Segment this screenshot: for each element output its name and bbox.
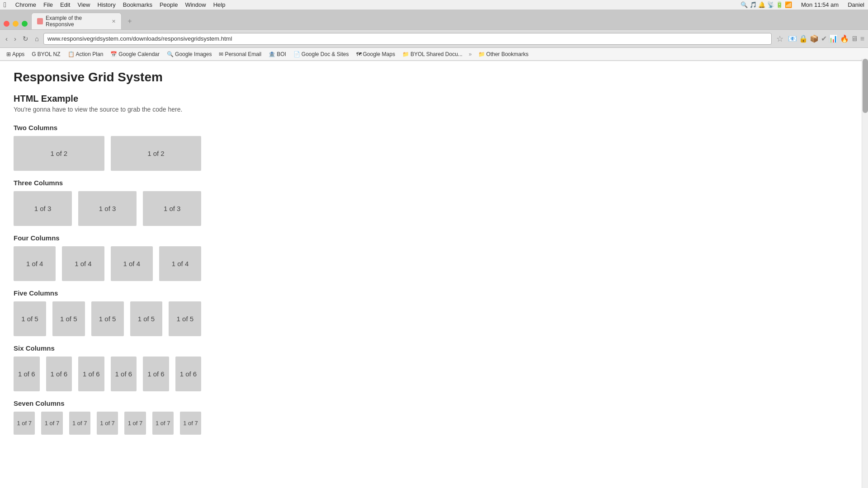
cell-4-3: 1 of 4 (111, 246, 153, 281)
seven-columns-label: Seven Columns (14, 399, 201, 407)
bookmark-gcalendar[interactable]: 📅 Google Calendar (108, 51, 162, 58)
cell-7-1: 1 of 7 (14, 412, 35, 435)
cell-7-2: 1 of 7 (41, 412, 62, 435)
menu-help[interactable]: Help (213, 1, 226, 8)
user-name: Daniel (848, 1, 864, 8)
tab-title: Example of the Responsive (46, 15, 107, 28)
menu-chrome[interactable]: Chrome (15, 1, 36, 8)
address-bar[interactable] (43, 33, 771, 45)
tab-bar: Example of the Responsive ✕ + (0, 10, 868, 30)
browser-tab[interactable]: Example of the Responsive ✕ (31, 13, 122, 29)
window-minimize-button[interactable] (13, 21, 19, 27)
scrollbar-track (862, 59, 868, 452)
cell-3-1: 1 of 3 (14, 191, 72, 226)
bookmark-apps-label: Apps (12, 51, 24, 57)
bookmark-other-label: Other Bookmarks (486, 51, 528, 57)
cell-5-5: 1 of 5 (169, 301, 201, 336)
bookmark-apps[interactable]: ⊞ Apps (4, 51, 27, 58)
cell-3-3: 1 of 3 (143, 191, 201, 226)
cell-5-4: 1 of 5 (130, 301, 163, 336)
cell-4-4: 1 of 4 (159, 246, 201, 281)
bookmark-gmaps-label: Google Maps (363, 51, 395, 57)
bookmark-byolshared-label: BYOL Shared Docu... (410, 51, 462, 57)
cell-7-5: 1 of 7 (124, 412, 146, 435)
window-maximize-button[interactable] (22, 21, 28, 27)
bookmark-star-icon[interactable]: ☆ (776, 34, 783, 44)
cell-4-1: 1 of 4 (14, 246, 56, 281)
menu-view[interactable]: View (77, 1, 90, 8)
byolshared-icon: 📁 (402, 51, 409, 57)
new-tab-button[interactable]: + (123, 15, 136, 28)
bookmarks-overflow: » (469, 51, 472, 57)
gcalendar-icon: 📅 (110, 51, 117, 57)
cell-5-1: 1 of 5 (14, 301, 46, 336)
bookmark-boi[interactable]: 🏦 BOI (266, 51, 289, 58)
menu-edit[interactable]: Edit (60, 1, 70, 8)
home-button[interactable]: ⌂ (33, 34, 41, 43)
cell-7-6: 1 of 7 (152, 412, 174, 435)
cell-6-6: 1 of 6 (175, 357, 202, 391)
cell-2-1: 1 of 2 (14, 136, 104, 171)
menu-history[interactable]: History (97, 1, 115, 8)
bookmark-gdoc-label: Google Doc & Sites (302, 51, 349, 57)
back-button[interactable]: ‹ (4, 34, 9, 43)
three-columns-label: Three Columns (14, 179, 201, 187)
cell-7-3: 1 of 7 (69, 412, 90, 435)
forward-button[interactable]: › (12, 34, 18, 43)
three-columns-row: 1 of 3 1 of 3 1 of 3 (14, 191, 201, 226)
four-columns-label: Four Columns (14, 234, 201, 242)
cell-5-2: 1 of 5 (52, 301, 85, 336)
system-icons: 🔍 🎵 🔔 📡 🔋 📶 (741, 1, 792, 8)
tab-favicon-icon (37, 18, 43, 24)
two-columns-row: 1 of 2 1 of 2 (14, 136, 201, 171)
six-columns-label: Six Columns (14, 344, 201, 352)
browser-chrome:  Chrome File Edit View History Bookmark… (0, 0, 868, 61)
actionplan-icon: 📋 (68, 51, 75, 57)
cell-5-3: 1 of 5 (91, 301, 124, 336)
bookmark-gmaps[interactable]: 🗺 Google Maps (354, 51, 398, 58)
boi-icon: 🏦 (269, 51, 275, 57)
cell-6-2: 1 of 6 (46, 357, 72, 391)
bookmark-personalemail-label: Personal Email (225, 51, 261, 57)
bookmark-gdoc[interactable]: 📄 Google Doc & Sites (291, 51, 352, 58)
menu-file[interactable]: File (43, 1, 53, 8)
cell-2-2: 1 of 2 (111, 136, 202, 171)
bookmark-actionplan[interactable]: 📋 Action Plan (65, 51, 106, 58)
personalemail-icon: ✉ (219, 51, 223, 57)
bookmark-gimages-label: Google Images (175, 51, 212, 57)
page-main-title: Responsive Grid System (14, 70, 201, 84)
reload-button[interactable]: ↻ (21, 34, 30, 44)
cell-6-1: 1 of 6 (14, 357, 40, 391)
window-close-button[interactable] (4, 21, 9, 27)
navigation-bar: ‹ › ↻ ⌂ ☆ 📧 🔒 📦 ✔ 📊 🔥 🖥 ≡ (0, 30, 868, 48)
subtitle-text: You're gonna have to view the source to … (14, 106, 201, 113)
cell-6-5: 1 of 6 (143, 357, 169, 391)
bookmark-boi-label: BOI (277, 51, 286, 57)
cell-7-7: 1 of 7 (180, 412, 201, 435)
menu-window[interactable]: Window (185, 1, 206, 8)
cell-3-2: 1 of 3 (78, 191, 137, 226)
six-columns-row: 1 of 6 1 of 6 1 of 6 1 of 6 1 of 6 1 of … (14, 357, 201, 391)
five-columns-row: 1 of 5 1 of 5 1 of 5 1 of 5 1 of 5 (14, 301, 201, 336)
two-columns-label: Two Columns (14, 124, 201, 131)
apps-icon: ⊞ (6, 51, 11, 57)
byolnz-icon: G (32, 51, 36, 57)
cell-6-3: 1 of 6 (78, 357, 104, 391)
page-content: Responsive Grid System HTML Example You'… (0, 61, 215, 452)
bookmark-byolnz[interactable]: G BYOL NZ (29, 51, 63, 58)
bookmarks-bar: ⊞ Apps G BYOL NZ 📋 Action Plan 📅 Google … (0, 48, 868, 61)
bookmark-other[interactable]: 📁 Other Bookmarks (476, 51, 531, 58)
bookmark-byolshared[interactable]: 📁 BYOL Shared Docu... (400, 51, 465, 58)
gimages-icon: 🔍 (167, 51, 174, 57)
apple-logo-icon:  (4, 1, 6, 9)
extensions-area: 📧 🔒 📦 ✔ 📊 🔥 🖥 ≡ (788, 34, 864, 43)
menu-people[interactable]: People (160, 1, 178, 8)
clock: Mon 11:54 am (801, 1, 839, 8)
bookmark-gimages[interactable]: 🔍 Google Images (164, 51, 214, 58)
menu-bar:  Chrome File Edit View History Bookmark… (0, 0, 868, 10)
bookmark-personalemail[interactable]: ✉ Personal Email (216, 51, 264, 58)
scrollbar-thumb[interactable] (863, 59, 868, 113)
tab-close-button[interactable]: ✕ (112, 19, 116, 24)
menu-bookmarks[interactable]: Bookmarks (123, 1, 152, 8)
html-example-heading: HTML Example (14, 94, 201, 104)
